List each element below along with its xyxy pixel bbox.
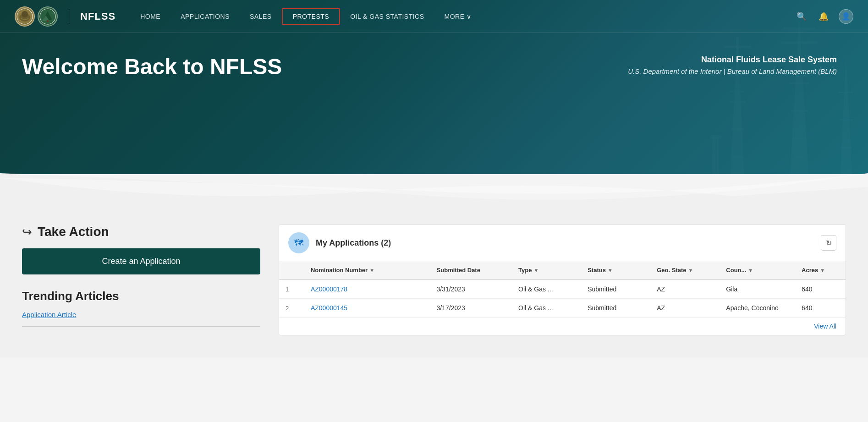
- submitted-date-cell: 3/31/2023: [430, 280, 512, 299]
- navbar: NFLSS HOME APPLICATIONS SALES PROTESTS O…: [0, 0, 868, 33]
- state-cell: AZ: [650, 280, 720, 299]
- logo-icon-2: [38, 6, 58, 27]
- search-icon: 🔍: [797, 11, 807, 22]
- nav-more[interactable]: MORE ∨: [434, 9, 482, 24]
- nav-home[interactable]: HOME: [130, 9, 170, 24]
- table-header-row: Nomination Number ▼ Submitted Date Type …: [279, 261, 846, 280]
- svg-rect-30: [47, 20, 49, 22]
- sort-icon-state: ▼: [688, 268, 693, 273]
- take-action-title: Take Action: [38, 225, 109, 239]
- nav-icons: 🔍 🔔 👤: [795, 9, 853, 24]
- col-header-date: Submitted Date: [430, 261, 512, 280]
- row-num: 1: [279, 280, 304, 299]
- wave-divider: [0, 173, 868, 210]
- bell-icon: 🔔: [819, 11, 829, 22]
- take-action-section: ↪ Take Action: [22, 225, 260, 239]
- search-button[interactable]: 🔍: [795, 10, 808, 23]
- hero-description: U.S. Department of the Interior | Bureau…: [429, 67, 837, 75]
- applications-icon: 🗺: [294, 238, 303, 248]
- refresh-button[interactable]: ↻: [821, 235, 836, 251]
- col-header-acres: Acres ▼: [795, 261, 846, 280]
- left-panel: ↪ Take Action Create an Application Tren…: [22, 225, 260, 327]
- col-header-state: Geo. State ▼: [650, 261, 720, 280]
- logo-area: NFLSS: [15, 6, 115, 27]
- nav-protests[interactable]: PROTESTS: [282, 8, 340, 25]
- hero-left: Welcome Back to NFLSS: [22, 55, 429, 79]
- nav-applications[interactable]: APPLICATIONS: [170, 9, 240, 24]
- table-icon: 🗺: [288, 232, 309, 253]
- panel-divider: [22, 326, 260, 327]
- type-cell: Oil & Gas ...: [512, 280, 581, 299]
- col-header-num: [279, 261, 304, 280]
- nomination-link[interactable]: AZ00000178: [311, 285, 347, 293]
- take-action-icon: ↪: [22, 225, 32, 239]
- county-cell: Gila: [720, 280, 795, 299]
- hero-section: Welcome Back to NFLSS National Fluids Le…: [0, 33, 868, 79]
- refresh-icon: ↻: [826, 239, 832, 247]
- acres-cell: 640: [795, 280, 846, 299]
- nav-sales[interactable]: SALES: [240, 9, 282, 24]
- svg-point-26: [22, 11, 28, 17]
- row-num: 2: [279, 299, 304, 318]
- table-row: 2 AZ00000145 3/17/2023 Oil & Gas ... Sub…: [279, 299, 846, 318]
- notifications-button[interactable]: 🔔: [817, 10, 830, 23]
- nomination-link[interactable]: AZ00000145: [311, 304, 347, 312]
- sort-icon-acres: ▼: [820, 268, 825, 273]
- create-application-button[interactable]: Create an Application: [22, 248, 260, 274]
- trending-articles-title: Trending Articles: [22, 289, 260, 303]
- nav-oilgas[interactable]: OIL & GAS STATISTICS: [340, 9, 434, 24]
- hero-title: Welcome Back to NFLSS: [22, 55, 429, 79]
- logo-divider: [69, 8, 69, 25]
- table-header-left: 🗺 My Applications (2): [288, 232, 391, 253]
- nomination-number-cell: AZ00000178: [304, 280, 430, 299]
- table-head: Nomination Number ▼ Submitted Date Type …: [279, 261, 846, 280]
- user-icon: 👤: [841, 12, 851, 21]
- user-avatar[interactable]: 👤: [839, 9, 853, 24]
- application-article-link[interactable]: Application Article: [22, 311, 76, 318]
- status-cell: Submitted: [581, 299, 650, 318]
- sort-icon-nomination: ▼: [369, 268, 374, 273]
- table-header: 🗺 My Applications (2) ↻: [279, 225, 846, 261]
- sort-icon-type: ▼: [534, 268, 539, 273]
- county-cell: Apache, Coconino: [720, 299, 795, 318]
- main-content: ↪ Take Action Create an Application Tren…: [0, 210, 868, 357]
- col-header-status: Status ▼: [581, 261, 650, 280]
- applications-table-panel: 🗺 My Applications (2) ↻ Nomination Numbe…: [279, 225, 846, 335]
- nav-links: HOME APPLICATIONS SALES PROTESTS OIL & G…: [130, 8, 795, 25]
- chevron-down-icon: ∨: [467, 13, 472, 20]
- applications-table: Nomination Number ▼ Submitted Date Type …: [279, 261, 846, 317]
- col-header-type: Type ▼: [512, 261, 581, 280]
- acres-cell: 640: [795, 299, 846, 318]
- col-header-county: Coun... ▼: [720, 261, 795, 280]
- sort-icon-status: ▼: [608, 268, 613, 273]
- status-cell: Submitted: [581, 280, 650, 299]
- sort-icon-county: ▼: [748, 268, 753, 273]
- table-title: My Applications (2): [316, 238, 391, 248]
- header: NFLSS HOME APPLICATIONS SALES PROTESTS O…: [0, 0, 868, 174]
- logo-icons: [15, 6, 58, 27]
- table-row: 1 AZ00000178 3/31/2023 Oil & Gas ... Sub…: [279, 280, 846, 299]
- hero-right: National Fluids Lease Sale System U.S. D…: [429, 55, 846, 75]
- submitted-date-cell: 3/17/2023: [430, 299, 512, 318]
- type-cell: Oil & Gas ...: [512, 299, 581, 318]
- table-body: 1 AZ00000178 3/31/2023 Oil & Gas ... Sub…: [279, 280, 846, 317]
- view-all-link[interactable]: View All: [814, 323, 836, 330]
- view-all-section: View All: [279, 317, 846, 335]
- site-title: NFLSS: [80, 11, 115, 22]
- state-cell: AZ: [650, 299, 720, 318]
- nomination-number-cell: AZ00000145: [304, 299, 430, 318]
- hero-subtitle: National Fluids Lease Sale System: [429, 55, 837, 65]
- col-header-nomination: Nomination Number ▼: [304, 261, 430, 280]
- logo-icon-1: [15, 6, 35, 27]
